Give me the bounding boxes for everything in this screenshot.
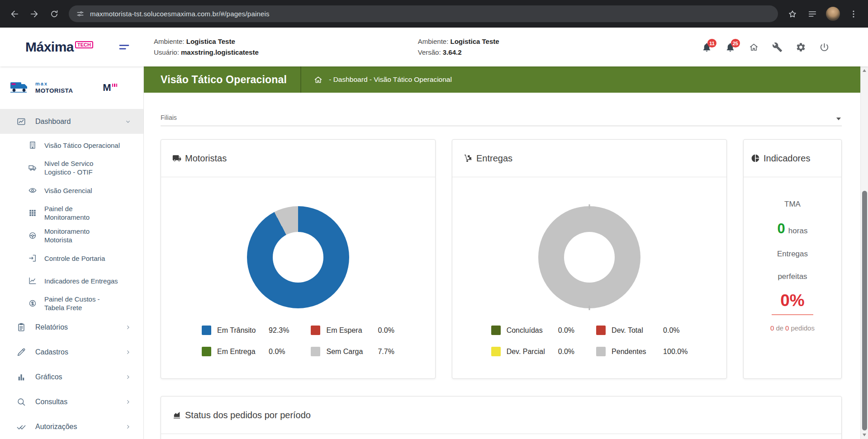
sidebar-item-consultas[interactable]: Consultas: [0, 389, 143, 414]
entregas-donut-chart[interactable]: [538, 206, 640, 308]
sidebar-item-graficos[interactable]: Gráficos: [0, 364, 143, 389]
filiais-label: Filiais: [161, 114, 177, 121]
legend-item-dev-parcial[interactable]: Dev. Parcial0.0%: [491, 347, 574, 356]
home-button[interactable]: [745, 38, 762, 56]
truck-icon: [28, 163, 37, 172]
legend-item-pendentes[interactable]: Pendentes100.0%: [596, 347, 688, 356]
sidebar-item-cadastros[interactable]: Cadastros: [0, 340, 143, 364]
area-chart-icon: [172, 411, 181, 420]
truck-solid-icon: [172, 154, 181, 163]
card-title: Entregas: [476, 153, 512, 164]
driver-monitor-icon: [28, 231, 37, 240]
chevron-right-icon: [124, 423, 132, 430]
brand-name: Máxima: [25, 39, 74, 54]
legend-value: 0.0%: [558, 326, 574, 335]
sidebar-item-painel-de-custos-tabela-frete[interactable]: Painel de Custos - Tabela Frete: [0, 292, 143, 315]
perfect-deliveries-line1: Entregas: [777, 250, 808, 259]
truck-logo-icon: [10, 80, 32, 95]
legend-item-sem-carga[interactable]: Sem Carga7.7%: [311, 347, 394, 356]
scroll-up-arrow[interactable]: [863, 69, 866, 72]
star-icon: [787, 9, 797, 19]
chevron-right-icon: [124, 373, 132, 381]
brand-accent: TECH: [75, 41, 93, 48]
bar-chart-icon: [16, 372, 26, 382]
legend-swatch: [491, 326, 501, 335]
browser-profile-avatar[interactable]: [826, 7, 840, 21]
perfect-deliveries-pct: 0%: [780, 291, 804, 310]
browser-panel-button[interactable]: [804, 6, 821, 22]
logout-button[interactable]: [816, 38, 833, 56]
dashboard-icon: [16, 117, 26, 127]
sidebar-item-dashboard[interactable]: Dashboard: [0, 109, 143, 134]
segment-boundary-tick: [589, 204, 590, 209]
logo-max: max: [35, 81, 73, 86]
sidebar-item-controle-de-portaria[interactable]: Controle de Portaria: [0, 247, 143, 269]
legend-item-dev-total[interactable]: Dev. Total0.0%: [596, 326, 688, 335]
double-check-icon: [16, 422, 26, 432]
card-header: Motoristas: [161, 140, 435, 177]
orders-count-text: de: [776, 324, 783, 332]
tools-button[interactable]: [768, 38, 786, 56]
sidebar-item-label: Visão Gerencial: [44, 186, 92, 195]
costs-icon: [28, 299, 37, 308]
sidebar-item-label: Visão Tático Operacional: [44, 141, 120, 150]
notification-badge: 11: [707, 39, 716, 47]
legend-item-concluidas[interactable]: Concluídas0.0%: [491, 326, 574, 335]
address-bar[interactable]: maxmotorista-tst.solucoesmaxima.com.br/#…: [69, 5, 778, 22]
filiais-select[interactable]: Filiais: [161, 113, 842, 126]
browser-menu-button[interactable]: [845, 6, 862, 22]
card-title: Status dos pedidos por período: [185, 410, 311, 420]
scroll-down-arrow[interactable]: [863, 434, 866, 436]
notifications-button[interactable]: 11: [698, 38, 715, 56]
cards-row: Motoristas Em Trânsito92.3%Em Espera0.0%…: [161, 139, 842, 379]
env-label: Ambiente:: [154, 38, 185, 45]
browser-refresh-button[interactable]: [46, 6, 62, 22]
legend-value: 7.7%: [378, 348, 394, 356]
sidebar-item-indicadores-de-entregas[interactable]: Indicadores de Entregas: [0, 269, 143, 292]
sidebar-item-relatorios[interactable]: Relatórios: [0, 315, 143, 340]
entregas-card: Entregas Concluídas0.0%Dev. Total0.0%Dev…: [452, 139, 727, 379]
sidebar-item-label: Autorizações: [35, 422, 77, 431]
sidebar-item-monitoramento-motorista[interactable]: Monitoramento Motorista: [0, 224, 143, 247]
sidebar-item-painel-de-monitoramento[interactable]: Painel de Monitoramento: [0, 202, 143, 224]
orders-count: 0 de 0 pedidos: [770, 324, 815, 332]
sidebar-item-label: Indicadores de Entregas: [44, 277, 118, 285]
legend-swatch: [596, 326, 606, 335]
settings-button[interactable]: [792, 38, 809, 56]
indicadores-card: Indicadores TMA 0 horas Entregas perfeit…: [743, 139, 842, 379]
sidebar-item-autorizacoes[interactable]: Autorizações: [0, 414, 143, 439]
chevron-down-icon: [124, 118, 132, 125]
status-pedidos-card: Status dos pedidos por período: [161, 396, 842, 439]
legend-swatch: [311, 347, 320, 356]
legend-item-em-espera[interactable]: Em Espera0.0%: [311, 326, 394, 335]
card-title: Indicadores: [764, 153, 810, 164]
browser-forward-button[interactable]: [26, 6, 43, 22]
legend-item-em-entrega[interactable]: Em Entrega0.0%: [202, 347, 289, 356]
url-text[interactable]: maxmotorista-tst.solucoesmaxima.com.br/#…: [90, 10, 270, 18]
legend-label: Dev. Total: [612, 326, 660, 335]
legend-value: 0.0%: [663, 326, 679, 335]
sidebar-item-visao-tatico-operacional[interactable]: Visão Tático Operacional: [0, 134, 143, 156]
sidebar-item-nivel-de-servico-logistico-otif[interactable]: Nivel de Servico Logistico - OTIF: [0, 156, 143, 179]
motoristas-donut-chart[interactable]: [247, 206, 349, 308]
legend-label: Dev. Parcial: [507, 348, 555, 356]
legend-item-em-transito[interactable]: Em Trânsito92.3%: [202, 326, 289, 335]
browser-back-button[interactable]: [6, 6, 23, 22]
environment-user-info: Ambiente: Logistica Teste Usuário: maxst…: [154, 36, 259, 58]
tma-label: TMA: [784, 200, 801, 209]
page-scrollbar[interactable]: [860, 66, 868, 439]
sidebar-item-visao-gerencial[interactable]: Visão Gerencial: [0, 179, 143, 202]
alerts-button[interactable]: 25: [721, 38, 739, 56]
scrollbar-thumb[interactable]: [862, 191, 867, 430]
legend-value: 0.0%: [558, 348, 574, 356]
app-header: MáximaTECH Ambiente: Logistica Teste Usu…: [0, 28, 868, 66]
indicators-body: TMA 0 horas Entregas perfeitas 0% 0: [744, 177, 841, 332]
site-settings-icon[interactable]: [76, 9, 85, 18]
search-icon: [16, 397, 26, 407]
sidebar-toggle-button[interactable]: [118, 41, 130, 53]
page-title: Visão Tático Operacional: [161, 74, 287, 86]
donut-hole: [273, 232, 323, 283]
breadcrumb-home-icon[interactable]: [313, 75, 323, 85]
orders-total-value: 0: [785, 324, 789, 332]
bookmark-star-button[interactable]: [784, 6, 801, 22]
